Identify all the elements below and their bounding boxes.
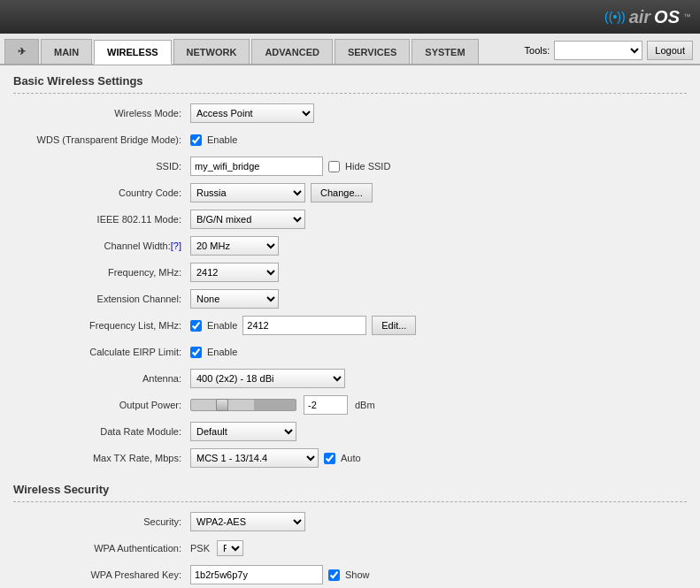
logout-button[interactable]: Logout	[647, 41, 693, 60]
edit-freq-button[interactable]: Edit...	[372, 316, 416, 335]
change-country-button[interactable]: Change...	[311, 183, 373, 202]
max-tx-auto-checkbox[interactable]	[324, 453, 335, 464]
channel-width-help-link[interactable]: [?]	[171, 241, 181, 251]
logo-air: air	[629, 7, 650, 27]
country-code-select[interactable]: Russia United States Germany France	[190, 183, 305, 202]
tab-system-label: SYSTEM	[425, 47, 465, 57]
tab-main[interactable]: MAIN	[41, 39, 92, 64]
extension-channel-select[interactable]: None Upper Lower	[190, 289, 279, 309]
extension-channel-label: Extension Channel:	[13, 294, 190, 304]
wpa-key-row: WPA Preshared Key: Show	[13, 564, 687, 585]
tab-advanced-label: ADVANCED	[265, 47, 319, 57]
hide-ssid-checkbox[interactable]	[328, 161, 340, 172]
wds-checkbox[interactable]	[190, 134, 202, 146]
ieee-mode-select[interactable]: B/G/N mixed A/N mixed N only	[190, 210, 305, 229]
logo-tm: ™	[683, 12, 691, 21]
wpa-auth-value: PSK	[190, 543, 210, 554]
wireless-mode-row: Wireless Mode: Access Point Station Stat…	[13, 103, 687, 124]
logo: ((•)) airOS™	[604, 7, 691, 27]
wireless-mode-control: Access Point Station Station WDS Access …	[190, 103, 687, 123]
output-power-row: Output Power: dBm	[13, 394, 687, 416]
output-power-unit: dBm	[355, 400, 375, 410]
wds-enable-text: Enable	[207, 134, 237, 145]
max-tx-control: MCS 1 - 13/14.4 MCS 2 - 26/28.9 MCS 7 - …	[190, 448, 687, 468]
max-tx-auto-text: Auto	[341, 453, 361, 463]
country-code-label: Country Code:	[13, 187, 190, 198]
frequency-select[interactable]: 2412 2417 2422 2437	[190, 263, 279, 282]
tab-advanced[interactable]: ADVANCED	[251, 39, 333, 64]
output-power-slider-container: dBm	[190, 395, 375, 415]
frequency-control: 2412 2417 2422 2437	[190, 263, 687, 282]
wifi-icon: ((•))	[604, 10, 626, 24]
freq-list-row: Frequency List, MHz: Enable Edit...	[13, 315, 687, 336]
tab-wireless[interactable]: WIRELESS	[94, 40, 171, 65]
wpa-key-input[interactable]	[190, 565, 323, 584]
security-control: WPA2-AES WPA-AES WEP None	[190, 512, 687, 531]
ieee-mode-label: IEEE 802.11 Mode:	[13, 214, 190, 225]
freq-list-checkbox[interactable]	[190, 320, 202, 332]
wireless-security-title: Wireless Security	[13, 483, 687, 502]
frequency-label: Frequency, MHz:	[13, 267, 190, 278]
tools-select[interactable]	[554, 41, 642, 60]
wpa-show-text: Show	[345, 569, 370, 580]
tab-network[interactable]: NETWORK	[173, 39, 250, 64]
calc-eirp-label: Calculate EIRP Limit:	[13, 347, 190, 357]
output-power-slider[interactable]	[190, 399, 296, 411]
calc-eirp-row: Calculate EIRP Limit: Enable	[13, 341, 687, 363]
frequency-row: Frequency, MHz: 2412 2417 2422 2437	[13, 262, 687, 283]
main-content: Basic Wireless Settings Wireless Mode: A…	[0, 65, 700, 588]
antenna-row: Antenna: 400 (2x2) - 18 dBi 600 (3x3) - …	[13, 368, 687, 389]
data-rate-control: Default Custom	[190, 422, 687, 441]
channel-width-control: 20 MHz 40 MHz	[190, 236, 687, 256]
tab-network-label: NETWORK	[187, 47, 237, 57]
tools-label: Tools:	[525, 45, 550, 56]
tab-services-label: SERVICES	[348, 47, 396, 57]
freq-list-enable-text: Enable	[207, 320, 237, 331]
wpa-show-checkbox[interactable]	[328, 569, 340, 581]
basic-wireless-section-title: Basic Wireless Settings	[13, 74, 687, 94]
security-select[interactable]: WPA2-AES WPA-AES WEP None	[190, 512, 305, 531]
tab-home[interactable]: ✈	[4, 39, 39, 64]
ieee-mode-row: IEEE 802.11 Mode: B/G/N mixed A/N mixed …	[13, 209, 687, 230]
antenna-control: 400 (2x2) - 18 dBi 600 (3x3) - 20 dBi	[190, 369, 687, 388]
antenna-label: Antenna:	[13, 373, 190, 384]
max-tx-row: Max TX Rate, Mbps: MCS 1 - 13/14.4 MCS 2…	[13, 447, 687, 469]
ieee-mode-control: B/G/N mixed A/N mixed N only	[190, 210, 687, 229]
calc-eirp-checkbox[interactable]	[190, 347, 202, 358]
ssid-label: SSID:	[13, 161, 190, 172]
wpa-key-control: Show	[190, 565, 687, 584]
ssid-row: SSID: Hide SSID	[13, 156, 687, 177]
channel-width-select[interactable]: 20 MHz 40 MHz	[190, 236, 279, 256]
wpa-auth-select[interactable]: PSK EAP	[217, 540, 243, 556]
country-code-row: Country Code: Russia United States Germa…	[13, 182, 687, 203]
data-rate-select[interactable]: Default Custom	[190, 422, 296, 441]
hide-ssid-label: Hide SSID	[345, 161, 390, 172]
country-code-control: Russia United States Germany France Chan…	[190, 183, 687, 202]
tab-wireless-label: WIRELESS	[107, 47, 158, 57]
calc-eirp-control: Enable	[190, 347, 687, 358]
freq-list-label: Frequency List, MHz:	[13, 320, 190, 331]
data-rate-label: Data Rate Module:	[13, 426, 190, 437]
output-power-input[interactable]	[304, 395, 348, 415]
nav-bar: ✈ MAIN WIRELESS NETWORK ADVANCED SERVICE…	[0, 34, 700, 65]
freq-list-input[interactable]	[242, 316, 366, 335]
wireless-mode-select[interactable]: Access Point Station Station WDS Access …	[190, 103, 314, 123]
wds-label: WDS (Transparent Bridge Mode):	[13, 134, 190, 145]
extension-channel-row: Extension Channel: None Upper Lower	[13, 288, 687, 309]
tab-system[interactable]: SYSTEM	[412, 39, 478, 64]
ssid-input[interactable]	[190, 157, 323, 176]
wpa-auth-control: PSK PSK EAP	[190, 540, 687, 556]
tab-main-label: MAIN	[54, 47, 79, 57]
channel-width-row: Channel Width:[?] 20 MHz 40 MHz	[13, 235, 687, 256]
wds-control: Enable	[190, 134, 687, 146]
home-icon: ✈	[18, 46, 26, 57]
nav-tools: Tools: Logout	[525, 41, 700, 64]
output-power-control: dBm	[190, 395, 687, 415]
ssid-control: Hide SSID	[190, 157, 687, 176]
tab-services[interactable]: SERVICES	[335, 39, 410, 64]
wpa-auth-row: WPA Authentication: PSK PSK EAP	[13, 538, 687, 559]
antenna-select[interactable]: 400 (2x2) - 18 dBi 600 (3x3) - 20 dBi	[190, 369, 345, 388]
output-power-label: Output Power:	[13, 400, 190, 410]
max-tx-select[interactable]: MCS 1 - 13/14.4 MCS 2 - 26/28.9 MCS 7 - …	[190, 448, 319, 468]
wpa-key-label: WPA Preshared Key:	[13, 569, 190, 580]
